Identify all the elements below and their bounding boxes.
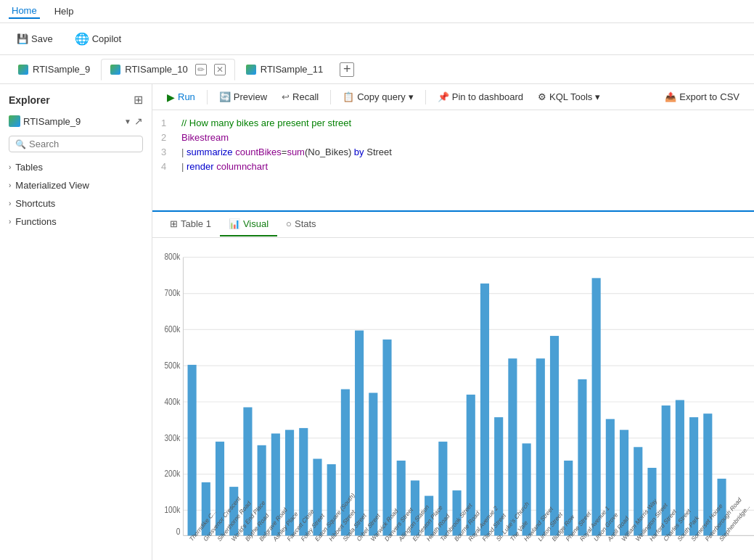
sidebar-item-label-tables: Tables [15, 162, 43, 173]
svg-text:400k: 400k [165, 397, 181, 406]
run-button[interactable]: ▶ Run [161, 89, 201, 105]
main-layout: Explorer ⊞ RTISample_9 ▼ ↗ 🔍 › Tables › … [0, 84, 754, 560]
sidebar-title: Explorer [9, 94, 50, 106]
line-num-1: 1 [161, 116, 173, 131]
sidebar-item-materialized-view[interactable]: › Materialized View [0, 176, 152, 194]
copy-query-chevron-icon: ▾ [409, 91, 414, 102]
search-box[interactable]: 🔍 [9, 136, 143, 152]
separator-1 [207, 90, 208, 104]
code-line-2: 2 Bikestream [161, 131, 745, 145]
pin-to-dashboard-label: Pin to dashboard [452, 91, 523, 102]
code-text-2: Bikestream [181, 131, 745, 145]
run-icon: ▶ [167, 91, 175, 103]
tab-icon-10 [110, 65, 120, 75]
add-tab-button[interactable]: + [340, 62, 354, 77]
sidebar-item-tables[interactable]: › Tables [0, 158, 152, 176]
export-button[interactable]: 📤 Export to CSV [659, 89, 745, 104]
preview-icon: 🔄 [219, 91, 231, 102]
preview-label: Preview [234, 91, 267, 102]
kql-tools-chevron-icon: ▾ [595, 91, 600, 102]
svg-text:700k: 700k [165, 288, 181, 297]
db-selector[interactable]: RTISample_9 ▼ ↗ [0, 112, 152, 130]
table-icon: ⊞ [170, 218, 178, 229]
save-icon: 💾 [17, 33, 28, 44]
results-tabs: ⊞ Table 1 📊 Visual ○ Stats [152, 212, 754, 238]
code-line-4: 4 | render columnchart [161, 160, 745, 174]
menu-home[interactable]: Home [9, 4, 40, 19]
result-tab-stats[interactable]: ○ Stats [277, 213, 324, 236]
export-icon: 📤 [665, 91, 676, 102]
stats-icon: ○ [286, 218, 292, 229]
svg-text:800k: 800k [165, 252, 181, 261]
tab-label-11: RTISample_11 [261, 64, 323, 75]
tab-rtisample-11[interactable]: RTISample_11 [237, 59, 332, 80]
svg-text:200k: 200k [165, 469, 181, 478]
svg-rect-31 [355, 331, 364, 536]
export-format-label: CSV [720, 91, 739, 102]
tab-rtisample-10[interactable]: RTISample_10 ✏ ✕ [101, 59, 234, 81]
line-num-2: 2 [161, 131, 173, 145]
save-button[interactable]: 💾 Save [9, 30, 61, 48]
tab-icon-11 [246, 65, 256, 75]
pin-to-dashboard-button[interactable]: 📌 Pin to dashboard [432, 89, 529, 104]
db-external-link-icon[interactable]: ↗ [134, 115, 143, 127]
sidebar-item-label-shortcuts: Shortcuts [15, 198, 55, 209]
recall-button[interactable]: ↩ Recall [276, 89, 324, 104]
code-line-3: 3 | summarize countBikes=sum(No_Bikes) b… [161, 145, 745, 160]
db-name: RTISample_9 [23, 116, 121, 127]
recall-label: Recall [292, 91, 319, 102]
tab-rtisample-9[interactable]: RTISample_9 [9, 59, 99, 80]
search-input[interactable] [29, 139, 136, 149]
tab-icon-9 [18, 65, 28, 75]
tab-edit-button[interactable]: ✏ [195, 64, 207, 75]
copilot-label: Copilot [92, 33, 121, 44]
chart-area: 800k 700k 600k 500k 400k 300k 200k 100k … [152, 238, 754, 560]
svg-text:0: 0 [176, 527, 181, 536]
preview-button[interactable]: 🔄 Preview [213, 89, 273, 104]
materialized-chevron-icon: › [9, 181, 11, 189]
code-text-1: // How many bikes are present per street [181, 116, 745, 131]
tables-chevron-icon: › [9, 163, 11, 171]
visual-icon: 📊 [229, 218, 240, 229]
separator-2 [330, 90, 331, 104]
line-num-3: 3 [161, 145, 173, 160]
bar-chart: 800k 700k 600k 500k 400k 300k 200k 100k … [152, 244, 754, 560]
export-to-label: Export to [679, 91, 717, 102]
menu-help[interactable]: Help [52, 4, 77, 18]
code-line-1: 1 // How many bikes are present per stre… [161, 116, 745, 131]
tab-close-button[interactable]: ✕ [214, 64, 226, 75]
visual-tab-label: Visual [243, 218, 269, 229]
svg-rect-44 [536, 358, 545, 535]
kql-tools-label: KQL Tools [549, 91, 592, 102]
sidebar-item-label-functions: Functions [15, 216, 56, 227]
svg-rect-19 [188, 365, 197, 535]
pin-icon: 📌 [438, 91, 449, 102]
copilot-button[interactable]: 🌐 Copilot [67, 28, 129, 49]
svg-rect-45 [550, 336, 559, 535]
recall-icon: ↩ [282, 91, 290, 102]
results-area: ⊞ Table 1 📊 Visual ○ Stats 800k 700k [152, 212, 754, 560]
db-chevron-icon: ▼ [124, 118, 131, 125]
svg-rect-40 [480, 284, 489, 536]
separator-3 [425, 90, 426, 104]
result-tab-table[interactable]: ⊞ Table 1 [161, 213, 220, 236]
svg-text:600k: 600k [165, 324, 181, 334]
svg-rect-33 [382, 339, 391, 535]
editor-area: ▶ Run 🔄 Preview ↩ Recall 📋 Copy query ▾ … [152, 84, 754, 560]
sidebar-item-functions[interactable]: › Functions [0, 213, 152, 231]
sidebar-expand-button[interactable]: ⊞ [134, 93, 143, 107]
code-text-3: | summarize countBikes=sum(No_Bikes) by … [181, 145, 745, 160]
svg-text:100k: 100k [165, 505, 181, 514]
stats-tab-label: Stats [295, 218, 316, 229]
table-tab-label: Table 1 [181, 218, 211, 229]
result-tab-visual[interactable]: 📊 Visual [220, 213, 277, 236]
query-toolbar: ▶ Run 🔄 Preview ↩ Recall 📋 Copy query ▾ … [152, 84, 754, 110]
copy-query-button[interactable]: 📋 Copy query ▾ [337, 89, 419, 104]
run-label: Run [178, 91, 195, 102]
sidebar-item-shortcuts[interactable]: › Shortcuts [0, 194, 152, 213]
tab-label-10: RTISample_10 [125, 64, 187, 75]
code-text-4: | render columnchart [181, 160, 745, 174]
svg-rect-48 [592, 278, 601, 535]
kql-tools-button[interactable]: ⚙ KQL Tools ▾ [532, 89, 606, 104]
code-editor[interactable]: 1 // How many bikes are present per stre… [152, 110, 754, 212]
